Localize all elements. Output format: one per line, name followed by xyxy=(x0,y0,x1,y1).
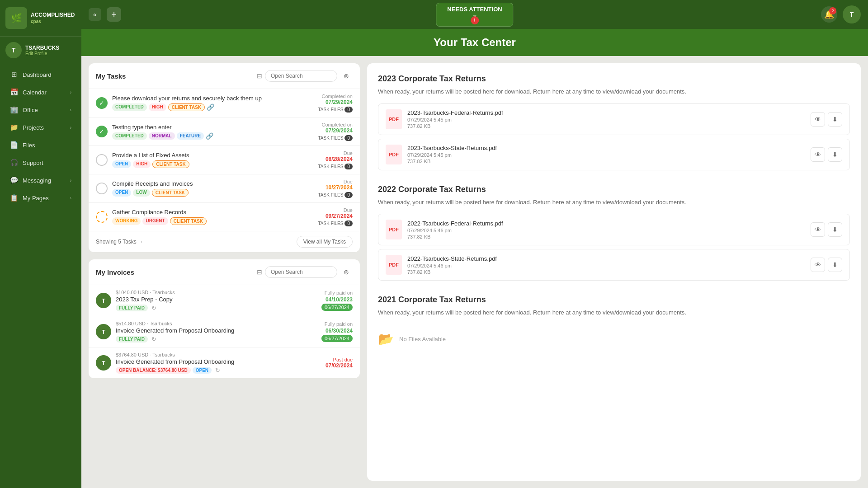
invoices-search-box: ⊟ ⊜ xyxy=(257,266,353,278)
task-files-label: TASK FILES xyxy=(318,221,343,226)
table-row[interactable]: Gather Compliance Records WORKING URGENT… xyxy=(89,202,360,231)
file-size: 737.82 KB xyxy=(407,234,805,239)
file-date: 07/29/2024 5:45 pm xyxy=(407,117,805,122)
task-content: Gather Compliance Records WORKING URGENT… xyxy=(112,209,313,225)
filter-icon[interactable]: ⊟ xyxy=(257,72,262,80)
files-count: 0 xyxy=(344,164,353,169)
task-date: 07/29/2024 xyxy=(318,99,353,105)
download-file-button[interactable]: ⬇ xyxy=(828,222,842,237)
avatar: T xyxy=(96,355,111,371)
user-info: TSARBUCKS Edit Profile xyxy=(25,45,59,56)
user-profile[interactable]: T TSARBUCKS Edit Profile xyxy=(0,37,81,64)
tag-open: OPEN xyxy=(193,367,212,374)
sidebar-item-calendar[interactable]: 📅 Calendar › xyxy=(3,84,79,101)
paid-date2: 06/27/2024 xyxy=(321,335,353,342)
task-name: Provide a List of Fixed Assets xyxy=(112,152,313,159)
file-date: 07/29/2024 5:46 pm xyxy=(407,263,805,268)
task-tags: WORKING URGENT CLIENT TASK xyxy=(112,217,313,225)
invoice-tags: FULLY PAID ↻ xyxy=(116,305,317,311)
sidebar-item-label: Calendar xyxy=(23,89,47,96)
tasks-search-box: ⊟ ⊜ xyxy=(257,70,353,82)
table-row[interactable]: Compile Receipts and Invoices OPEN LOW C… xyxy=(89,174,360,202)
download-file-button[interactable]: ⬇ xyxy=(828,147,842,162)
sidebar-item-label: Support xyxy=(23,160,43,166)
task-name: Please download your returns and securel… xyxy=(112,95,313,102)
topbar: « + NEEDS ATTENTION ▾ ! 🔔 2 T xyxy=(81,0,868,29)
task-date-label: Completed on xyxy=(318,94,353,99)
task-content: Please download your returns and securel… xyxy=(112,95,313,111)
recycle-icon: ↻ xyxy=(151,305,156,311)
sidebar-item-label: Messaging xyxy=(23,177,51,184)
no-files-message: 📂 No Files Available xyxy=(378,324,850,354)
task-name: Compile Receipts and Invoices xyxy=(112,180,313,187)
download-file-button[interactable]: ⬇ xyxy=(828,112,842,127)
sidebar-item-projects[interactable]: 📁 Projects › xyxy=(3,119,79,136)
task-files-label: TASK FILES xyxy=(318,164,343,169)
view-file-button[interactable]: 👁 xyxy=(811,258,825,272)
files-count: 0 xyxy=(344,221,353,226)
nav-section: ⊞ Dashboard 📅 Calendar › 🏢 Office › 📁 Pr… xyxy=(0,66,81,207)
file-name: 2023-Tsarbucks-State-Returns.pdf xyxy=(407,145,805,151)
file-name: 2023-Tsarbucks-Federal-Returns.pdf xyxy=(407,109,805,116)
sidebar-item-office[interactable]: 🏢 Office › xyxy=(3,101,79,118)
files-count: 0 xyxy=(344,135,353,141)
sidebar-item-messaging[interactable]: 💬 Messaging › xyxy=(3,172,79,189)
task-check-completed: ✓ xyxy=(96,126,108,137)
calendar-icon: 📅 xyxy=(10,88,18,96)
chevron-right-icon: › xyxy=(70,90,71,95)
list-item[interactable]: T $3764.80 USD · Tsarbucks Invoice Gener… xyxy=(89,347,360,378)
support-icon: 🎧 xyxy=(10,159,18,167)
invoices-search-input[interactable] xyxy=(265,266,337,278)
table-row[interactable]: Provide a List of Fixed Assets OPEN HIGH… xyxy=(89,145,360,174)
sidebar-item-dashboard[interactable]: ⊞ Dashboard xyxy=(3,66,79,83)
needs-attention-button[interactable]: NEEDS ATTENTION ▾ ! xyxy=(436,3,513,27)
task-meta: Due 09/27/2024 TASK FILES 0 xyxy=(318,207,353,226)
paid-label: Fully paid on xyxy=(321,290,353,296)
table-row[interactable]: ✓ Please download your returns and secur… xyxy=(89,89,360,117)
tax-section-desc: When ready, your returns will be posted … xyxy=(378,87,850,96)
task-meta: Completed on 07/29/2024 TASK FILES 0 xyxy=(318,122,353,141)
tag-urgent: URGENT xyxy=(142,217,168,225)
list-item[interactable]: T $514.80 USD · Tsarbucks Invoice Genera… xyxy=(89,316,360,347)
my-pages-icon: 📋 xyxy=(10,194,18,202)
invoice-content: $514.80 USD · Tsarbucks Invoice Generate… xyxy=(116,321,317,343)
view-file-button[interactable]: 👁 xyxy=(811,112,825,127)
user-avatar-top[interactable]: T xyxy=(843,5,861,23)
avatar: T xyxy=(5,42,22,58)
pdf-icon: PDF xyxy=(386,145,402,164)
view-file-button[interactable]: 👁 xyxy=(811,222,825,237)
view-all-tasks-button[interactable]: View all My Tasks xyxy=(297,236,353,248)
tag-high: HIGH xyxy=(149,103,166,111)
task-files-badge: TASK FILES 0 xyxy=(318,192,353,198)
invoice-tags: OPEN BALANCE: $3764.80 USD OPEN ↻ xyxy=(116,367,321,374)
download-file-button[interactable]: ⬇ xyxy=(828,258,842,272)
logo-area: 🌿 ACCOMPLISHED cpas xyxy=(0,0,81,37)
tag-open: OPEN xyxy=(112,189,131,197)
invoice-meta: Fully paid on 04/10/2023 06/27/2024 xyxy=(321,290,353,311)
tax-section-2021: 2021 Corporate Tax Returns When ready, y… xyxy=(378,295,850,354)
tasks-search-input[interactable] xyxy=(265,70,337,82)
sidebar-item-my-pages[interactable]: 📋 My Pages › xyxy=(3,189,79,206)
sidebar-item-files[interactable]: 📄 Files xyxy=(3,136,79,154)
messaging-icon: 💬 xyxy=(10,176,18,184)
tag-fully-paid: FULLY PAID xyxy=(116,336,148,343)
avatar: T xyxy=(96,293,111,308)
table-row[interactable]: ✓ Testing type then enter COMPLETED NORM… xyxy=(89,117,360,145)
pdf-icon: PDF xyxy=(386,255,402,275)
collapse-button[interactable]: « xyxy=(89,8,101,21)
task-check-working xyxy=(96,211,108,223)
task-meta: Due 10/27/2024 TASK FILES 0 xyxy=(318,179,353,198)
filter-icon[interactable]: ⊟ xyxy=(257,268,262,276)
folder-icon: 📂 xyxy=(378,332,394,347)
add-button[interactable]: + xyxy=(107,7,121,22)
view-file-button[interactable]: 👁 xyxy=(811,147,825,162)
task-content: Provide a List of Fixed Assets OPEN HIGH… xyxy=(112,152,313,168)
sidebar-item-label: Dashboard xyxy=(23,71,52,78)
file-actions: 👁 ⬇ xyxy=(811,258,842,272)
notifications-button[interactable]: 🔔 2 xyxy=(821,6,837,23)
sidebar-item-support[interactable]: 🎧 Support xyxy=(3,154,79,171)
task-tags: COMPLETED HIGH CLIENT TASK 🔗 xyxy=(112,103,313,111)
sort-icon[interactable]: ⊜ xyxy=(340,266,353,278)
list-item[interactable]: T $1040.00 USD · Tsarbucks 2023 Tax Prep… xyxy=(89,285,360,316)
sort-icon[interactable]: ⊜ xyxy=(340,70,353,82)
